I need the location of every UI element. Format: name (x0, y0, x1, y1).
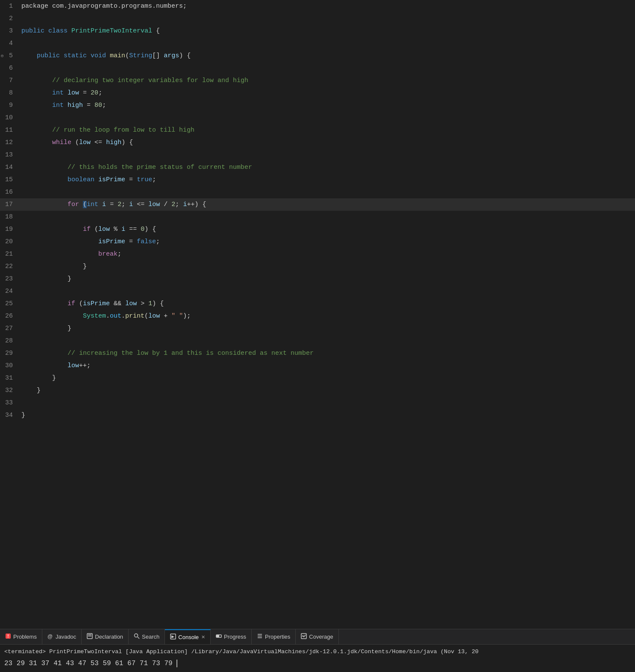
line-number: 11 (0, 124, 18, 136)
token-type: int (52, 102, 64, 109)
javadoc-tab-label: Javadoc (56, 634, 76, 640)
code-line: 30 low++; (0, 360, 635, 372)
token-op: = (129, 176, 133, 183)
line-number: 25 (0, 298, 18, 310)
tab-properties[interactable]: Properties (252, 629, 296, 645)
token-kw: void (91, 52, 106, 59)
line-content: int high = 80; (18, 99, 635, 112)
line-content (18, 37, 635, 50)
line-content: } (18, 273, 635, 285)
code-line: 1package com.javaprogramto.programs.numb… (0, 0, 635, 12)
line-content: } (18, 384, 635, 397)
line-content: } (18, 322, 635, 335)
token-sp (87, 89, 91, 97)
tab-problems[interactable]: !Problems (0, 629, 42, 645)
token-sp (71, 139, 75, 146)
token-punct: ( (94, 226, 98, 233)
code-line: 20 isPrime = false; (0, 236, 635, 248)
token-punct: ( (75, 139, 79, 146)
svg-line-7 (138, 637, 139, 639)
token-var: low (68, 362, 79, 369)
console-tab-icon: ▶ (170, 634, 176, 641)
line-number: 4 (0, 37, 18, 50)
token-punct: ; (118, 251, 121, 258)
token-punct: ; (87, 362, 91, 369)
token-sp (83, 102, 87, 109)
line-number: 28 (0, 335, 18, 347)
token-sp (21, 300, 68, 307)
code-line: 10 (0, 112, 635, 124)
line-number: 17 (0, 198, 18, 211)
line-content (18, 12, 635, 25)
cursor (176, 660, 177, 667)
code-line: 31 } (0, 372, 635, 384)
token-sp (64, 102, 68, 109)
line-content (18, 285, 635, 298)
token-sp (160, 201, 164, 208)
code-line: 25 if (isPrime && low > 1) { (0, 298, 635, 310)
line-number: 15 (0, 174, 18, 186)
editor-area: 1package com.javaprogramto.programs.numb… (0, 0, 635, 629)
line-number: 6 (0, 62, 18, 74)
tab-javadoc[interactable]: @Javadoc (42, 629, 82, 645)
token-op: <= (137, 201, 144, 208)
tab-coverage[interactable]: Coverage (296, 629, 338, 645)
code-line: ⊖5 public static void main(String[] args… (0, 50, 635, 62)
token-var: low (98, 226, 110, 233)
svg-rect-12 (258, 634, 262, 635)
token-punct: ( (79, 300, 83, 307)
token-sp (21, 77, 52, 84)
line-number: 31 (0, 372, 18, 384)
token-type: boolean (68, 176, 94, 183)
console-tab-close[interactable]: ✕ (201, 634, 205, 640)
line-number: 19 (0, 223, 18, 236)
token-sp (125, 238, 129, 245)
token-punct: [] (152, 52, 160, 59)
token-var: isPrime (98, 238, 125, 245)
svg-text:@: @ (47, 634, 53, 639)
token-var: i (102, 201, 106, 208)
tab-progress[interactable]: Progress (211, 629, 252, 645)
line-content (18, 397, 635, 409)
token-punct: { (129, 139, 133, 146)
token-sp (144, 300, 148, 307)
token-punct: } (52, 374, 56, 382)
tab-search[interactable]: Search (129, 629, 165, 645)
code-line: 15 boolean isPrime = true; (0, 174, 635, 186)
line-content: boolean isPrime = true; (18, 174, 635, 186)
code-line: 6 (0, 62, 635, 74)
token-sp (125, 201, 129, 208)
token-field: out (110, 312, 121, 320)
token-sp (160, 312, 164, 320)
token-kw: public (37, 52, 60, 59)
token-sp (148, 226, 152, 233)
line-number: ⊖5 (0, 50, 18, 62)
token-bracket-open: ( (83, 201, 87, 208)
line-number: 29 (0, 347, 18, 360)
code-line: 19 if (low % i == 0) { (0, 223, 635, 236)
token-punct: { (187, 52, 191, 59)
line-content: break; (18, 248, 635, 260)
token-sp (91, 226, 94, 233)
declaration-tab-icon (87, 633, 93, 640)
token-comment: // run the loop from low to till high (52, 127, 194, 134)
token-type: int (87, 201, 98, 208)
token-kw: class (48, 27, 68, 35)
token-sp (21, 102, 52, 109)
token-comment: // declaring two integer variables for l… (52, 77, 248, 84)
tab-declaration[interactable]: Declaration (82, 629, 129, 645)
token-sp (168, 312, 171, 320)
collapse-icon[interactable]: ⊖ (1, 50, 4, 62)
tab-console[interactable]: ▶Console✕ (165, 629, 211, 645)
token-sp (106, 52, 110, 59)
line-number: 18 (0, 211, 18, 223)
token-type: int (52, 89, 64, 97)
token-kw: public (21, 27, 44, 35)
line-number: 2 (0, 12, 18, 25)
token-kw2: for (68, 201, 79, 208)
svg-rect-15 (301, 634, 306, 639)
token-op: <= (94, 139, 102, 146)
token-var: low (148, 201, 160, 208)
line-number: 1 (0, 0, 18, 12)
token-sp (60, 52, 64, 59)
